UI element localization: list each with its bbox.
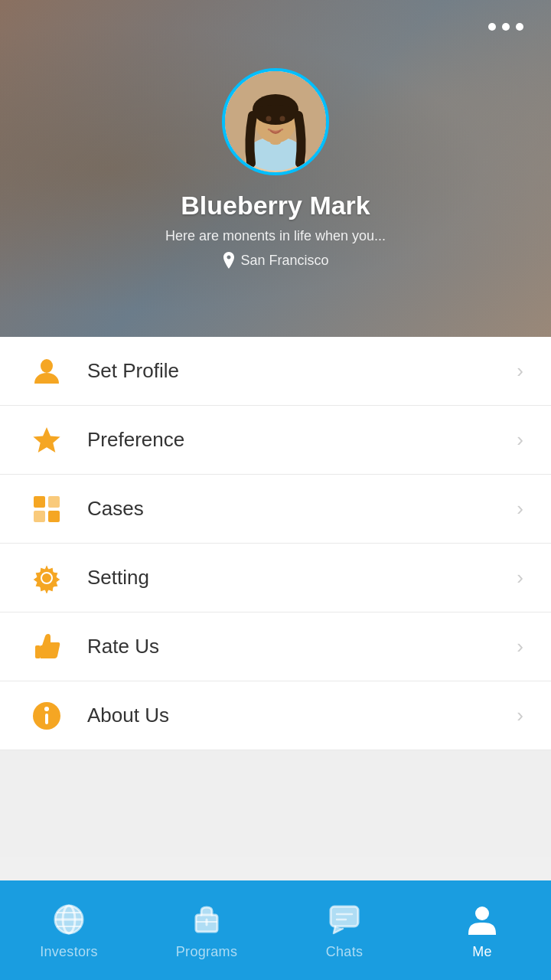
location-icon (222, 252, 236, 269)
menu-label-set-profile: Set Profile (87, 359, 517, 383)
svg-point-6 (266, 116, 272, 122)
chat-icon (326, 901, 363, 938)
menu-item-rate-us[interactable]: Rate Us › (0, 612, 551, 681)
svg-rect-12 (34, 511, 45, 522)
chevron-preference: › (517, 428, 523, 452)
chevron-setting: › (517, 566, 523, 590)
svg-rect-10 (34, 496, 45, 508)
svg-marker-9 (33, 427, 60, 452)
globe-icon (51, 901, 87, 938)
svg-rect-11 (48, 496, 60, 508)
chevron-set-profile: › (517, 359, 523, 383)
profile-name: Blueberry Mark (181, 191, 370, 220)
spacer-area (0, 750, 551, 858)
nav-item-chats[interactable]: Chats (276, 880, 413, 980)
avatar (225, 71, 326, 172)
svg-point-16 (43, 574, 51, 582)
svg-point-7 (280, 116, 285, 122)
nav-label-me: Me (472, 944, 492, 960)
star-icon (28, 421, 66, 459)
nav-label-investors: Investors (40, 944, 98, 960)
dot3 (516, 23, 523, 31)
me-person-icon (464, 901, 500, 938)
nav-item-programs[interactable]: Programs (138, 880, 276, 980)
gear-icon (28, 559, 66, 597)
avatar-container[interactable] (222, 68, 329, 175)
menu-label-about-us: About Us (87, 704, 517, 727)
menu-item-setting[interactable]: Setting › (0, 544, 551, 612)
nav-label-programs: Programs (176, 944, 237, 960)
svg-rect-19 (45, 714, 48, 724)
menu-item-set-profile[interactable]: Set Profile › (0, 337, 551, 406)
chevron-rate-us: › (517, 635, 523, 658)
profile-header: Blueberry Mark Here are monents in life … (0, 0, 551, 337)
avatar-ring (222, 68, 329, 175)
bottom-nav: Investors Programs Chats (0, 880, 551, 980)
nav-item-investors[interactable]: Investors (0, 880, 138, 980)
svg-point-20 (44, 707, 49, 711)
svg-rect-29 (331, 906, 358, 926)
nav-item-me[interactable]: Me (413, 880, 551, 980)
menu-label-setting: Setting (87, 566, 517, 590)
bag-icon (188, 901, 225, 938)
avatar-image (225, 71, 326, 172)
grid-icon (28, 490, 66, 528)
location-text: San Francisco (240, 253, 328, 269)
menu-label-cases: Cases (87, 497, 517, 521)
menu-item-cases[interactable]: Cases › (0, 475, 551, 544)
menu-item-preference[interactable]: Preference › (0, 406, 551, 475)
chevron-cases: › (517, 497, 523, 521)
chevron-about-us: › (517, 704, 523, 727)
dot1 (488, 23, 496, 31)
info-icon (28, 697, 66, 735)
svg-rect-17 (35, 645, 41, 658)
menu-item-about-us[interactable]: About Us › (0, 681, 551, 750)
menu-label-rate-us: Rate Us (87, 635, 517, 658)
profile-location: San Francisco (222, 252, 328, 269)
profile-bio: Here are monents in life when you... (165, 228, 386, 244)
nav-label-chats: Chats (326, 944, 364, 960)
svg-point-8 (41, 359, 53, 373)
more-options-button[interactable] (488, 23, 523, 31)
thumbsup-icon (28, 628, 66, 666)
svg-point-32 (475, 906, 489, 920)
person-icon (28, 352, 66, 390)
svg-rect-13 (48, 511, 60, 522)
menu-label-preference: Preference (87, 428, 517, 452)
menu-list: Set Profile › Preference › Cases › (0, 337, 551, 750)
dot2 (502, 23, 510, 31)
